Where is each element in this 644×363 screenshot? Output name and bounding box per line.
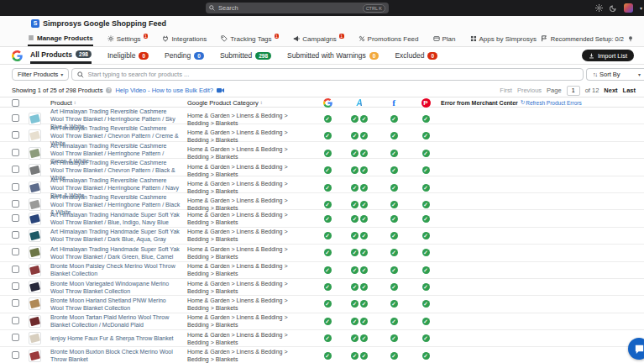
row-checkbox[interactable] bbox=[12, 299, 19, 307]
row-checkbox[interactable] bbox=[12, 200, 19, 208]
product-category: Home & Garden > Linens & Bedding > Beddi… bbox=[187, 180, 313, 195]
tab-count-badge: 298 bbox=[255, 52, 271, 60]
pinterest-status: ✓ bbox=[411, 283, 441, 291]
tab-submitted-with-warnings[interactable]: Submitted with Warnings0 bbox=[287, 47, 379, 64]
pagination-last[interactable]: Last bbox=[623, 87, 636, 94]
sort-by-dropdown[interactable]: ↑↓ Sort By ▾ bbox=[586, 68, 644, 81]
pagination-next[interactable]: Next bbox=[604, 87, 617, 94]
row-checkbox[interactable] bbox=[12, 114, 19, 122]
select-all-checkbox[interactable] bbox=[12, 99, 19, 107]
status-ok-icon: ✓ bbox=[360, 318, 368, 325]
row-checkbox[interactable] bbox=[12, 166, 19, 173]
pinterest-status: ✓ bbox=[411, 166, 441, 174]
product-thumbnail bbox=[29, 281, 41, 293]
column-category: Google Product Category bbox=[187, 99, 259, 107]
google-status: ✓ bbox=[313, 318, 342, 325]
google-status: ✓ bbox=[313, 201, 342, 208]
nav-item-apps-by-simprosys[interactable]: Apps by Simprosys bbox=[470, 31, 537, 46]
chevron-down-icon[interactable]: ▾ bbox=[640, 5, 642, 11]
row-checkbox[interactable] bbox=[12, 282, 19, 290]
row-checkbox[interactable] bbox=[12, 334, 19, 341]
product-title-link[interactable]: Bronte Moon Tartan Plaid Merino Wool Thr… bbox=[50, 313, 187, 329]
status-ok-icon: ✓ bbox=[422, 132, 430, 139]
page-number-input[interactable] bbox=[567, 86, 580, 96]
global-search-button[interactable]: Search CTRL K bbox=[206, 3, 389, 13]
tab-label: Submitted with Warnings bbox=[287, 51, 366, 60]
product-thumbnail bbox=[29, 246, 41, 259]
status-ok-icon: ✓ bbox=[351, 150, 359, 157]
search-icon bbox=[209, 5, 215, 11]
sort-icon[interactable]: ↕ bbox=[74, 100, 76, 105]
row-checkbox[interactable] bbox=[12, 131, 19, 139]
product-category: Home & Garden > Linens & Bedding > Beddi… bbox=[187, 129, 313, 144]
tab-submitted[interactable]: Submitted298 bbox=[220, 47, 271, 64]
chat-widget-button[interactable] bbox=[628, 338, 644, 360]
tab-label: All Products bbox=[30, 50, 72, 59]
row-checkbox[interactable] bbox=[12, 266, 19, 273]
status-ok-icon: ✓ bbox=[422, 249, 430, 256]
pinterest-status: ✓ bbox=[411, 115, 441, 123]
nav-item-settings[interactable]: Settings1 bbox=[107, 31, 149, 46]
row-checkbox[interactable] bbox=[12, 231, 19, 239]
nav-item-plan[interactable]: Plan bbox=[433, 31, 456, 46]
chat-icon bbox=[634, 344, 644, 355]
row-checkbox[interactable] bbox=[12, 149, 19, 156]
product-search-input[interactable] bbox=[87, 71, 578, 78]
facebook-status: ✓ bbox=[377, 184, 411, 192]
nav-item-campaigns[interactable]: Campaigns1 bbox=[293, 31, 343, 46]
product-thumbnail bbox=[29, 198, 41, 211]
filter-products-button[interactable]: Filter Products▾ bbox=[12, 68, 69, 81]
pin-icon[interactable] bbox=[627, 35, 634, 42]
tab-all-products[interactable]: All Products298 bbox=[30, 47, 92, 64]
product-title-link[interactable]: Bronte Moon Buxton Block Check Merino Wo… bbox=[50, 348, 187, 363]
row-checkbox[interactable] bbox=[12, 183, 19, 191]
facebook-status: ✓ bbox=[377, 300, 411, 308]
row-checkbox[interactable] bbox=[12, 351, 19, 359]
app-header: S Simprosys Google Shopping Feed bbox=[0, 16, 644, 31]
nav-item-tracking-tags[interactable]: Tracking Tags1 bbox=[221, 31, 279, 46]
product-title-link[interactable]: Bronte Moon Harland Shetland PNW Merino … bbox=[50, 297, 187, 312]
import-list-button[interactable]: Import List bbox=[582, 50, 634, 61]
status-ok-icon: ✓ bbox=[351, 115, 359, 123]
microsoft-status: ✓✓ bbox=[342, 184, 377, 192]
row-checkbox[interactable] bbox=[12, 214, 19, 222]
sort-icon[interactable]: ↕ bbox=[260, 100, 263, 105]
gear-icon[interactable] bbox=[595, 4, 603, 12]
table-row: Art Himalayan Trading Handmade Super Sof… bbox=[0, 228, 644, 245]
product-title-link[interactable]: ienjoy Home Faux Fur & Sherpa Throw Blan… bbox=[50, 334, 187, 342]
theme-toggle-icon[interactable] bbox=[610, 4, 617, 12]
nav-item-manage-products[interactable]: Manage Products bbox=[28, 31, 93, 46]
google-status: ✓ bbox=[313, 132, 342, 139]
product-title-link[interactable]: Art Himalayan Trading Handmade Super Sof… bbox=[50, 228, 187, 243]
store-avatar[interactable] bbox=[624, 3, 633, 13]
nav-item-integrations[interactable]: Integrations bbox=[162, 31, 207, 46]
google-logo bbox=[12, 50, 23, 61]
status-ok-icon: ✓ bbox=[422, 266, 430, 274]
status-ok-icon: ✓ bbox=[360, 266, 368, 274]
status-ok-icon: ✓ bbox=[324, 215, 332, 223]
recommended-setup[interactable]: Recommended Setup: 0/2 bbox=[541, 31, 634, 46]
tab-excluded[interactable]: Excluded0 bbox=[395, 47, 437, 64]
product-title-link[interactable]: Art Himalayan Trading Handmade Super Sof… bbox=[50, 245, 187, 260]
tab-pending[interactable]: Pending0 bbox=[165, 47, 204, 64]
refresh-product-errors-link[interactable]: ↻ Refresh Product Errors bbox=[521, 99, 582, 106]
product-title-link[interactable]: Bronte Moon Paisley Check Merino Wool Th… bbox=[50, 262, 187, 277]
tab-label: Ineligible bbox=[107, 51, 136, 60]
tag-icon bbox=[221, 35, 228, 42]
product-title-link[interactable]: Bronte Moon Variegated Windowpane Merino… bbox=[50, 280, 187, 295]
nav-item-promotions-feed[interactable]: Promotions Feed bbox=[359, 31, 419, 46]
google-status: ✓ bbox=[313, 166, 342, 174]
row-checkbox[interactable] bbox=[12, 317, 19, 324]
help-video-link[interactable]: Help Video - How to use Bulk Edit? bbox=[115, 87, 213, 94]
product-title-link[interactable]: Art Himalayan Trading Handmade Super Sof… bbox=[50, 211, 187, 226]
pagination-first[interactable]: First bbox=[500, 87, 512, 94]
pagination-previous[interactable]: Previous bbox=[517, 87, 542, 94]
help-icon[interactable]: ? bbox=[106, 87, 112, 93]
product-category: Home & Garden > Linens & Bedding > Beddi… bbox=[187, 245, 313, 260]
tab-ineligible[interactable]: Ineligible0 bbox=[107, 47, 149, 64]
row-checkbox[interactable] bbox=[12, 248, 19, 255]
pinterest-status: ✓ bbox=[411, 334, 441, 342]
microsoft-ads-icon: A bbox=[356, 98, 362, 108]
status-ok-icon: ✓ bbox=[324, 300, 332, 308]
status-ok-icon: ✓ bbox=[360, 150, 368, 157]
